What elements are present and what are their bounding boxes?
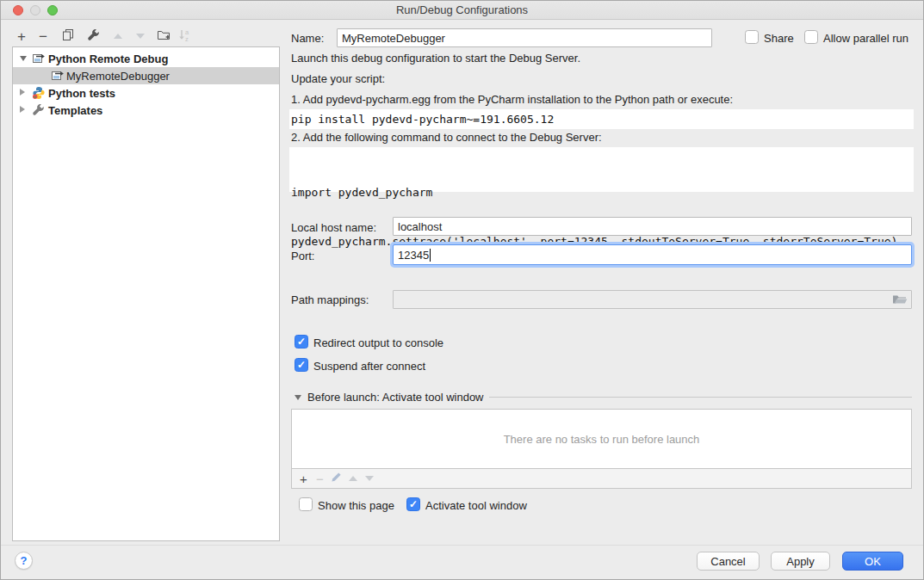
path-mappings-input[interactable]: [393, 290, 912, 309]
collapse-arrow-icon[interactable]: [20, 106, 25, 113]
new-folder-icon: [157, 29, 171, 44]
remote-debug-icon: [32, 52, 46, 67]
show-this-page-checkbox[interactable]: [299, 497, 313, 511]
suspend-after-connect-checkbox[interactable]: ✓: [295, 358, 308, 372]
show-this-page-label: Show this page: [318, 499, 394, 512]
tree-item-python-tests[interactable]: Python tests: [13, 84, 279, 102]
activate-tool-window-label: Activate tool window: [425, 499, 527, 512]
share-checkbox[interactable]: [745, 30, 759, 44]
create-folder-button[interactable]: [153, 27, 174, 46]
sort-configurations-button[interactable]: az: [174, 27, 195, 46]
tree-item-my-remote-debugger[interactable]: MyRemoteDebugger: [13, 67, 279, 84]
svg-text:z: z: [185, 35, 189, 42]
suspend-after-connect-label: Suspend after connect: [313, 360, 425, 373]
arrow-up-icon: [349, 476, 357, 481]
tree-item-label: Templates: [48, 104, 102, 117]
question-mark-icon: ?: [21, 554, 28, 567]
move-task-down-button[interactable]: [361, 470, 377, 487]
tree-item-templates[interactable]: Templates: [13, 102, 279, 119]
section-divider: [489, 397, 912, 398]
text-caret: [430, 249, 431, 262]
move-task-up-button[interactable]: [344, 470, 361, 487]
python-tests-icon: [32, 86, 46, 102]
remote-debug-icon: [51, 69, 65, 84]
arrow-down-icon: [365, 476, 374, 481]
configurations-tree: Python Remote Debug MyRemoteDebugger Pyt…: [12, 46, 280, 541]
settrace-code-line1: import pydevd_pycharm: [291, 184, 914, 201]
browse-folder-icon[interactable]: [892, 293, 908, 308]
edit-templates-button[interactable]: [83, 27, 103, 46]
empty-tasks-message: There are no tasks to run before launch: [504, 433, 700, 446]
sort-az-icon: az: [178, 28, 190, 45]
redirect-output-label: Redirect output to console: [313, 336, 443, 349]
port-value: 12345: [398, 249, 429, 262]
help-button[interactable]: ?: [15, 552, 33, 570]
allow-parallel-run-label: Allow parallel run: [823, 32, 908, 45]
pencil-icon: [331, 472, 342, 485]
task-list-toolbar: + −: [291, 469, 912, 489]
collapse-section-arrow-icon[interactable]: [295, 395, 301, 400]
tree-item-label: Python Remote Debug: [48, 52, 168, 65]
update-script-text: Update your script:: [291, 72, 385, 85]
arrow-down-icon: [136, 34, 145, 39]
collapse-arrow-icon[interactable]: [20, 89, 25, 96]
apply-button[interactable]: Apply: [771, 552, 830, 571]
share-label: Share: [764, 32, 794, 45]
expand-arrow-icon[interactable]: [20, 56, 27, 61]
arrow-up-icon: [114, 34, 122, 39]
plus-icon: +: [300, 472, 307, 485]
titlebar: Run/Debug Configurations: [1, 1, 923, 20]
name-label: Name:: [291, 32, 324, 45]
ok-button[interactable]: OK: [842, 552, 903, 571]
tree-item-python-remote-debug[interactable]: Python Remote Debug: [13, 50, 279, 67]
step1-text: 1. Add pydevd-pycharm.egg from the PyCha…: [291, 93, 733, 106]
step2-text: 2. Add the following command to connect …: [291, 131, 602, 144]
pip-install-code: pip install pydevd-pycharm~=191.6605.12: [289, 109, 914, 129]
intro-text: Launch this debug configuration to start…: [291, 52, 580, 65]
path-mappings-label: Path mappings:: [291, 293, 369, 306]
redirect-output-checkbox[interactable]: ✓: [295, 335, 308, 349]
remove-task-button[interactable]: −: [312, 470, 328, 487]
minus-icon: −: [316, 472, 324, 485]
window-title: Run/Debug Configurations: [1, 3, 923, 16]
move-down-button[interactable]: [130, 27, 151, 46]
tree-item-label: MyRemoteDebugger: [66, 70, 170, 83]
before-launch-header: Before launch: Activate tool window: [307, 391, 484, 404]
plus-icon: +: [17, 29, 26, 44]
port-label: Port:: [291, 250, 314, 262]
port-input[interactable]: 12345: [393, 244, 912, 265]
copy-icon: [62, 28, 75, 44]
name-input[interactable]: [337, 28, 712, 47]
move-up-button[interactable]: [108, 27, 128, 46]
templates-wrench-icon: [32, 103, 45, 119]
run-debug-configurations-dialog: Run/Debug Configurations + − az Python R…: [0, 0, 924, 580]
local-host-name-input[interactable]: [393, 217, 912, 236]
add-task-button[interactable]: +: [295, 470, 312, 487]
add-configuration-button[interactable]: +: [11, 27, 32, 46]
allow-parallel-run-checkbox[interactable]: [804, 30, 818, 44]
tree-item-label: Python tests: [48, 87, 115, 100]
wrench-icon: [87, 28, 100, 44]
local-host-name-label: Local host name:: [291, 221, 376, 234]
path-mappings-value: [394, 289, 402, 305]
minus-icon: −: [39, 29, 47, 44]
copy-configuration-button[interactable]: [58, 27, 78, 46]
activate-tool-window-checkbox[interactable]: ✓: [406, 497, 420, 511]
before-launch-task-list[interactable]: There are no tasks to run before launch: [291, 409, 912, 469]
remove-configuration-button[interactable]: −: [33, 27, 53, 46]
footer-divider: [1, 545, 924, 546]
cancel-button[interactable]: Cancel: [697, 552, 760, 571]
edit-task-button[interactable]: [328, 470, 344, 487]
settrace-code: import pydevd_pycharm pydevd_pycharm.set…: [289, 147, 914, 192]
